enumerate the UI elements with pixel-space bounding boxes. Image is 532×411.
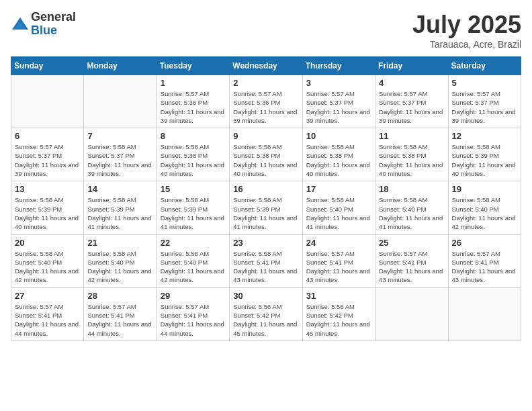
weekday-header: Friday xyxy=(375,57,448,75)
calendar-cell: 31Sunrise: 5:56 AM Sunset: 5:42 PM Dayli… xyxy=(302,287,375,340)
calendar-cell: 7Sunrise: 5:58 AM Sunset: 5:37 PM Daylig… xyxy=(84,128,157,181)
day-info: Sunrise: 5:58 AM Sunset: 5:40 PM Dayligh… xyxy=(379,195,444,231)
calendar-cell: 4Sunrise: 5:57 AM Sunset: 5:37 PM Daylig… xyxy=(375,75,448,128)
day-info: Sunrise: 5:58 AM Sunset: 5:39 PM Dayligh… xyxy=(233,195,298,231)
day-number: 19 xyxy=(452,184,517,194)
calendar-cell: 25Sunrise: 5:57 AM Sunset: 5:41 PM Dayli… xyxy=(375,234,448,287)
day-number: 25 xyxy=(379,238,444,248)
calendar-cell: 22Sunrise: 5:58 AM Sunset: 5:40 PM Dayli… xyxy=(157,234,229,287)
calendar-cell: 3Sunrise: 5:57 AM Sunset: 5:37 PM Daylig… xyxy=(302,75,375,128)
day-number: 24 xyxy=(306,238,371,248)
day-number: 30 xyxy=(233,291,298,301)
day-number: 2 xyxy=(233,78,298,88)
calendar-week-row: 20Sunrise: 5:58 AM Sunset: 5:40 PM Dayli… xyxy=(11,234,521,287)
calendar-cell: 8Sunrise: 5:58 AM Sunset: 5:38 PM Daylig… xyxy=(157,128,229,181)
calendar-cell: 21Sunrise: 5:58 AM Sunset: 5:40 PM Dayli… xyxy=(84,234,157,287)
calendar-table: SundayMondayTuesdayWednesdayThursdayFrid… xyxy=(11,56,521,341)
day-info: Sunrise: 5:58 AM Sunset: 5:39 PM Dayligh… xyxy=(452,142,517,178)
day-info: Sunrise: 5:58 AM Sunset: 5:38 PM Dayligh… xyxy=(233,142,298,178)
weekday-header: Wednesday xyxy=(230,57,302,75)
calendar-cell: 10Sunrise: 5:58 AM Sunset: 5:38 PM Dayli… xyxy=(302,128,375,181)
day-number: 7 xyxy=(87,131,152,141)
logo-blue-text: Blue xyxy=(31,24,76,38)
calendar-cell: 9Sunrise: 5:58 AM Sunset: 5:38 PM Daylig… xyxy=(230,128,302,181)
day-number: 1 xyxy=(161,78,226,88)
calendar-cell: 6Sunrise: 5:57 AM Sunset: 5:37 PM Daylig… xyxy=(11,128,84,181)
location-title: Tarauaca, Acre, Brazil xyxy=(412,39,521,50)
day-info: Sunrise: 5:57 AM Sunset: 5:41 PM Dayligh… xyxy=(161,302,226,338)
calendar-cell: 23Sunrise: 5:58 AM Sunset: 5:41 PM Dayli… xyxy=(230,234,302,287)
title-area: July 2025 Tarauaca, Acre, Brazil xyxy=(412,11,521,50)
day-number: 13 xyxy=(15,184,80,194)
day-info: Sunrise: 5:58 AM Sunset: 5:38 PM Dayligh… xyxy=(306,142,371,178)
day-info: Sunrise: 5:57 AM Sunset: 5:37 PM Dayligh… xyxy=(15,142,80,178)
calendar-cell: 29Sunrise: 5:57 AM Sunset: 5:41 PM Dayli… xyxy=(157,287,229,340)
day-info: Sunrise: 5:57 AM Sunset: 5:37 PM Dayligh… xyxy=(379,89,444,125)
day-number: 15 xyxy=(161,184,226,194)
calendar-cell: 19Sunrise: 5:58 AM Sunset: 5:40 PM Dayli… xyxy=(448,181,521,234)
weekday-header-row: SundayMondayTuesdayWednesdayThursdayFrid… xyxy=(11,57,521,75)
calendar-cell: 28Sunrise: 5:57 AM Sunset: 5:41 PM Dayli… xyxy=(84,287,157,340)
calendar-cell: 24Sunrise: 5:57 AM Sunset: 5:41 PM Dayli… xyxy=(302,234,375,287)
day-info: Sunrise: 5:58 AM Sunset: 5:40 PM Dayligh… xyxy=(306,195,371,231)
logo-icon xyxy=(11,15,30,34)
day-info: Sunrise: 5:58 AM Sunset: 5:40 PM Dayligh… xyxy=(87,249,152,285)
day-number: 6 xyxy=(15,131,80,141)
weekday-header: Sunday xyxy=(11,57,84,75)
day-info: Sunrise: 5:57 AM Sunset: 5:37 PM Dayligh… xyxy=(452,89,517,125)
calendar-cell: 30Sunrise: 5:56 AM Sunset: 5:42 PM Dayli… xyxy=(230,287,302,340)
calendar-week-row: 1Sunrise: 5:57 AM Sunset: 5:36 PM Daylig… xyxy=(11,75,521,128)
day-number: 18 xyxy=(379,184,444,194)
calendar-cell: 1Sunrise: 5:57 AM Sunset: 5:36 PM Daylig… xyxy=(157,75,229,128)
calendar-cell xyxy=(11,75,84,128)
calendar-cell xyxy=(375,287,448,340)
day-info: Sunrise: 5:58 AM Sunset: 5:38 PM Dayligh… xyxy=(379,142,444,178)
weekday-header: Thursday xyxy=(302,57,375,75)
calendar-cell: 14Sunrise: 5:58 AM Sunset: 5:39 PM Dayli… xyxy=(84,181,157,234)
day-number: 21 xyxy=(87,238,152,248)
page-header: General Blue July 2025 Tarauaca, Acre, B… xyxy=(11,11,521,50)
day-number: 5 xyxy=(452,78,517,88)
calendar-cell: 13Sunrise: 5:58 AM Sunset: 5:39 PM Dayli… xyxy=(11,181,84,234)
day-info: Sunrise: 5:57 AM Sunset: 5:41 PM Dayligh… xyxy=(15,302,80,338)
day-info: Sunrise: 5:56 AM Sunset: 5:42 PM Dayligh… xyxy=(233,302,298,338)
day-info: Sunrise: 5:58 AM Sunset: 5:41 PM Dayligh… xyxy=(233,249,298,285)
calendar-cell: 2Sunrise: 5:57 AM Sunset: 5:36 PM Daylig… xyxy=(230,75,302,128)
day-number: 4 xyxy=(379,78,444,88)
day-info: Sunrise: 5:57 AM Sunset: 5:41 PM Dayligh… xyxy=(379,249,444,285)
day-number: 12 xyxy=(452,131,517,141)
logo-general-text: General xyxy=(31,11,76,24)
day-number: 9 xyxy=(233,131,298,141)
weekday-header: Monday xyxy=(84,57,157,75)
calendar-cell: 26Sunrise: 5:57 AM Sunset: 5:41 PM Dayli… xyxy=(448,234,521,287)
day-info: Sunrise: 5:57 AM Sunset: 5:36 PM Dayligh… xyxy=(233,89,298,125)
day-info: Sunrise: 5:57 AM Sunset: 5:41 PM Dayligh… xyxy=(306,249,371,285)
calendar-cell: 11Sunrise: 5:58 AM Sunset: 5:38 PM Dayli… xyxy=(375,128,448,181)
day-info: Sunrise: 5:57 AM Sunset: 5:37 PM Dayligh… xyxy=(306,89,371,125)
weekday-header: Saturday xyxy=(448,57,521,75)
calendar-week-row: 13Sunrise: 5:58 AM Sunset: 5:39 PM Dayli… xyxy=(11,181,521,234)
day-number: 26 xyxy=(452,238,517,248)
day-number: 10 xyxy=(306,131,371,141)
day-info: Sunrise: 5:57 AM Sunset: 5:36 PM Dayligh… xyxy=(161,89,226,125)
day-number: 22 xyxy=(161,238,226,248)
calendar-cell xyxy=(448,287,521,340)
calendar-cell xyxy=(84,75,157,128)
day-number: 14 xyxy=(87,184,152,194)
day-info: Sunrise: 5:58 AM Sunset: 5:40 PM Dayligh… xyxy=(15,249,80,285)
calendar-cell: 5Sunrise: 5:57 AM Sunset: 5:37 PM Daylig… xyxy=(448,75,521,128)
calendar-cell: 16Sunrise: 5:58 AM Sunset: 5:39 PM Dayli… xyxy=(230,181,302,234)
calendar-cell: 27Sunrise: 5:57 AM Sunset: 5:41 PM Dayli… xyxy=(11,287,84,340)
calendar-cell: 18Sunrise: 5:58 AM Sunset: 5:40 PM Dayli… xyxy=(375,181,448,234)
weekday-header: Tuesday xyxy=(157,57,229,75)
calendar-week-row: 6Sunrise: 5:57 AM Sunset: 5:37 PM Daylig… xyxy=(11,128,521,181)
day-info: Sunrise: 5:58 AM Sunset: 5:37 PM Dayligh… xyxy=(87,142,152,178)
day-info: Sunrise: 5:58 AM Sunset: 5:39 PM Dayligh… xyxy=(15,195,80,231)
day-number: 17 xyxy=(306,184,371,194)
calendar-cell: 17Sunrise: 5:58 AM Sunset: 5:40 PM Dayli… xyxy=(302,181,375,234)
day-number: 16 xyxy=(233,184,298,194)
day-number: 31 xyxy=(306,291,371,301)
day-number: 11 xyxy=(379,131,444,141)
calendar-cell: 12Sunrise: 5:58 AM Sunset: 5:39 PM Dayli… xyxy=(448,128,521,181)
day-info: Sunrise: 5:58 AM Sunset: 5:40 PM Dayligh… xyxy=(161,249,226,285)
